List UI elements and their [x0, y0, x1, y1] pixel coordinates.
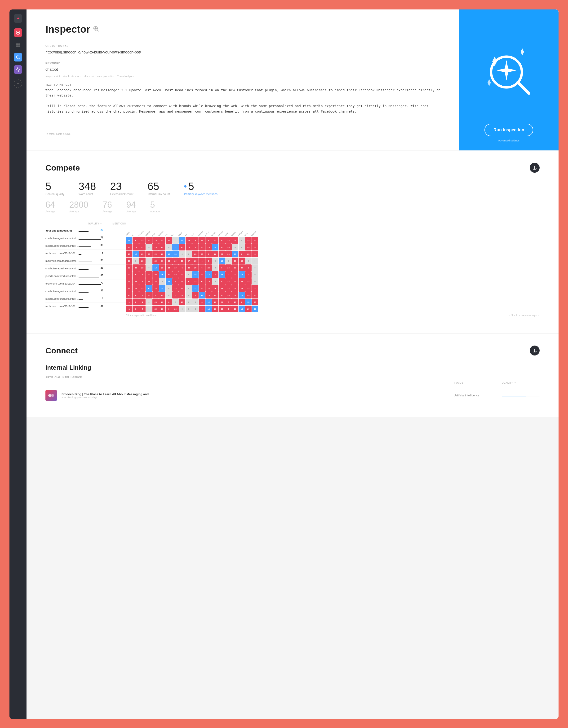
heatmap-cell[interactable]: 15	[159, 285, 165, 292]
heatmap-cell[interactable]: 6	[199, 264, 205, 271]
heatmap-cell[interactable]: 0	[232, 244, 238, 250]
heatmap-cell[interactable]: 23	[172, 271, 179, 278]
heatmap-cell[interactable]: 23	[232, 264, 238, 271]
heatmap-cell[interactable]: 26	[225, 251, 232, 257]
heatmap-cell[interactable]: 23	[205, 285, 212, 292]
heatmap-cell[interactable]: 8	[199, 271, 205, 278]
heatmap-cell[interactable]: 12	[212, 244, 218, 250]
heatmap-cell[interactable]: 6	[232, 285, 238, 292]
suggestion-tag-1[interactable]: simple script	[45, 75, 60, 78]
heatmap-cell[interactable]: 19	[219, 285, 225, 292]
heatmap-cell[interactable]: 29	[219, 299, 225, 305]
heatmap-cell[interactable]: 10	[166, 237, 172, 244]
heatmap-cell[interactable]: 23	[232, 299, 238, 305]
heatmap-cell[interactable]: 23	[179, 244, 185, 250]
heatmap-cell[interactable]: 23	[152, 278, 159, 285]
heatmap-cell[interactable]: 6	[192, 292, 198, 298]
heatmap-cell[interactable]: 23	[232, 306, 238, 312]
heatmap-cell[interactable]: 0	[146, 299, 152, 305]
heatmap-cell[interactable]: 0	[212, 258, 218, 264]
heatmap-cell[interactable]: 23	[179, 299, 185, 305]
heatmap-cell[interactable]: 23	[139, 264, 145, 271]
heatmap-cell[interactable]: 23	[132, 278, 139, 285]
heatmap-cell[interactable]: 23	[212, 237, 218, 244]
heatmap-cell[interactable]: 10	[159, 258, 165, 264]
heatmap-cell[interactable]: 0	[166, 292, 172, 298]
sidebar-add-button[interactable]: +	[14, 79, 22, 88]
heatmap-cell[interactable]: 13	[152, 264, 159, 271]
heatmap-cell[interactable]: 0	[146, 306, 152, 312]
heatmap-cell[interactable]: 23	[126, 271, 132, 278]
heatmap-cell[interactable]: 23	[132, 244, 139, 250]
heatmap-cell[interactable]: 12	[199, 292, 205, 298]
heatmap-cell[interactable]: 6	[199, 258, 205, 264]
heatmap-cell[interactable]: 12	[179, 237, 185, 244]
heatmap-cell[interactable]: 29	[252, 292, 258, 298]
heatmap-cell[interactable]: 15	[205, 271, 212, 278]
heatmap-cell[interactable]: 23	[205, 264, 212, 271]
heatmap-cell[interactable]: 0	[245, 258, 251, 264]
heatmap-cell[interactable]: 6	[238, 251, 245, 257]
heatmap-cell[interactable]: 0	[212, 278, 218, 285]
heatmap-cell[interactable]: 8	[139, 292, 145, 298]
heatmap-cell[interactable]: 23	[152, 306, 159, 312]
heatmap-cell[interactable]: 12	[252, 306, 258, 312]
heatmap-cell[interactable]: 12	[205, 299, 212, 305]
heatmap-cell[interactable]: 6	[132, 292, 139, 298]
heatmap-cell[interactable]: 6	[205, 237, 212, 244]
compete-download-button[interactable]	[530, 163, 540, 173]
heatmap-cell[interactable]: 0	[238, 237, 245, 244]
heatmap-cell[interactable]: 6	[219, 264, 225, 271]
heatmap-cell[interactable]: 23	[232, 278, 238, 285]
heatmap-cell[interactable]: 29	[172, 258, 179, 264]
heatmap-cell[interactable]: 29	[152, 251, 159, 257]
heatmap-cell[interactable]: 0	[225, 258, 232, 264]
heatmap-cell[interactable]: 15	[159, 271, 165, 278]
heatmap-cell[interactable]: 10	[152, 237, 159, 244]
heatmap-cell[interactable]: 23	[172, 285, 179, 292]
heatmap-cell[interactable]: 6	[132, 299, 139, 305]
heatmap-cell[interactable]: 0	[146, 244, 152, 250]
heatmap-cell[interactable]: 29	[219, 306, 225, 312]
heatmap-cell[interactable]: 23	[126, 258, 132, 264]
heatmap-cell[interactable]: 6	[205, 251, 212, 257]
heatmap-cell[interactable]: 13	[245, 299, 251, 305]
heatmap-cell[interactable]: 12	[132, 251, 139, 257]
heatmap-cell[interactable]: 23	[159, 264, 165, 271]
heatmap-cell[interactable]: 23	[152, 244, 159, 250]
heatmap-cell[interactable]: 6	[139, 278, 145, 285]
heatmap-cell[interactable]: 0	[166, 244, 172, 250]
heatmap-cell[interactable]: 6	[232, 271, 238, 278]
heatmap-cell[interactable]: 23	[245, 237, 251, 244]
heatmap-cell[interactable]: 0	[212, 264, 218, 271]
heatmap-cell[interactable]: 6	[232, 237, 238, 244]
heatmap-cell[interactable]: 23	[159, 244, 165, 250]
heatmap-cell[interactable]: 0	[238, 244, 245, 250]
heatmap-cell[interactable]: 23	[152, 299, 159, 305]
heatmap-cell[interactable]: 6	[132, 306, 139, 312]
heatmap-cell[interactable]: 23	[146, 292, 152, 298]
heatmap-cell[interactable]: 12	[172, 244, 179, 250]
heatmap-cell[interactable]: 23	[238, 285, 245, 292]
heatmap-cell[interactable]: 6	[146, 237, 152, 244]
heatmap-cell[interactable]: 3	[252, 285, 258, 292]
heatmap-cell[interactable]: 6	[219, 237, 225, 244]
heatmap-cell[interactable]: 29	[245, 306, 251, 312]
heatmap-cell[interactable]: 6	[212, 271, 218, 278]
heatmap-cell[interactable]: 15	[238, 271, 245, 278]
heatmap-cell[interactable]: 6	[252, 237, 258, 244]
heatmap-cell[interactable]: 23	[139, 258, 145, 264]
heatmap-cell[interactable]: 6	[192, 244, 198, 250]
heatmap-cell[interactable]: 37	[139, 244, 145, 250]
heatmap-cell[interactable]: 6	[166, 306, 172, 312]
heatmap-cell[interactable]: 23	[179, 285, 185, 292]
heatmap-cell[interactable]: 23	[132, 264, 139, 271]
heatmap-cell[interactable]: 23	[245, 244, 251, 250]
heatmap-cell[interactable]: 26	[212, 251, 218, 257]
heatmap-cell[interactable]: 6	[199, 285, 205, 292]
heatmap-cell[interactable]: 6	[166, 299, 172, 305]
heatmap-cell[interactable]: 23	[219, 251, 225, 257]
heatmap-cell[interactable]: 0	[252, 271, 258, 278]
heatmap-cell[interactable]: 23	[126, 264, 132, 271]
heatmap-cell[interactable]: 23	[139, 285, 145, 292]
